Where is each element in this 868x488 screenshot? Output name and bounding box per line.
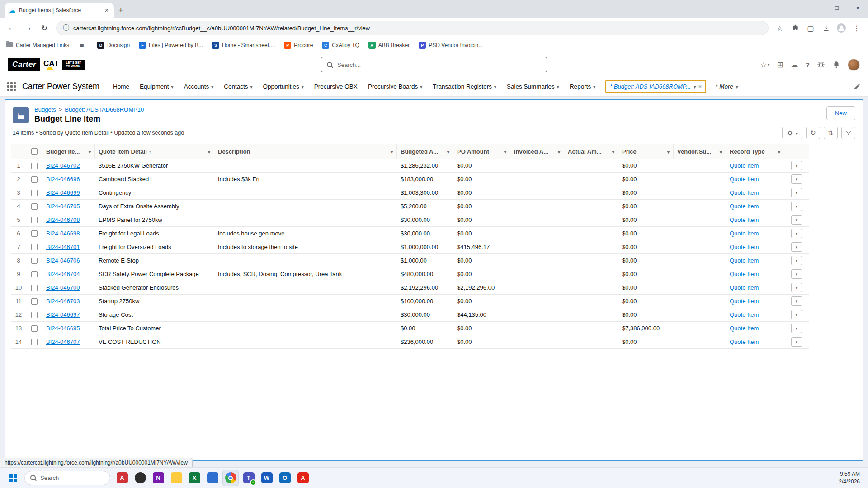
column-header-budget-item[interactable]: Budget Ite...: [42, 144, 95, 159]
row-actions-button[interactable]: [791, 242, 802, 252]
budget-item-link[interactable]: BI24-046700: [46, 284, 80, 291]
bookmark-star-icon[interactable]: ☆: [773, 21, 787, 35]
row-checkbox[interactable]: [31, 203, 38, 210]
nav-item[interactable]: Accounts: [184, 83, 214, 90]
chevron-down-icon[interactable]: [556, 148, 560, 155]
sort-button[interactable]: [824, 127, 838, 139]
row-actions-button[interactable]: [791, 256, 802, 265]
taskbar-teams-icon[interactable]: T: [241, 470, 257, 486]
chevron-down-icon[interactable]: [206, 148, 210, 155]
row-checkbox[interactable]: [31, 244, 38, 250]
budget-item-link[interactable]: BI24-046695: [46, 325, 80, 332]
row-checkbox[interactable]: [31, 339, 38, 345]
tab-close-icon[interactable]: ×: [104, 7, 109, 14]
app-launcher-icon[interactable]: [7, 82, 16, 91]
record-type-link[interactable]: Quote Item: [730, 257, 759, 264]
record-type-link[interactable]: Quote Item: [730, 176, 759, 183]
chevron-down-icon[interactable]: [665, 148, 670, 155]
taskbar-app-dark-icon[interactable]: [132, 470, 148, 486]
start-button[interactable]: [5, 470, 21, 486]
record-type-link[interactable]: Quote Item: [730, 230, 759, 237]
browser-menu-icon[interactable]: ⋮: [850, 21, 863, 35]
record-type-link[interactable]: Quote Item: [730, 203, 759, 210]
taskbar-search-input[interactable]: [40, 474, 94, 481]
global-search-box[interactable]: [321, 57, 547, 72]
record-type-link[interactable]: Quote Item: [730, 189, 759, 196]
row-actions-button[interactable]: [791, 324, 802, 333]
filter-button[interactable]: [841, 127, 855, 139]
chevron-down-icon[interactable]: [389, 148, 393, 155]
budget-item-link[interactable]: BI24-046704: [46, 271, 80, 277]
taskbar-acrobat-icon[interactable]: A: [295, 470, 311, 486]
bookmark-item[interactable]: ▦: [78, 42, 88, 49]
breadcrumb-budgets-link[interactable]: Budgets: [34, 106, 56, 113]
row-checkbox[interactable]: [31, 176, 38, 183]
bookmark-item[interactable]: S Home - Smartsheet....: [212, 42, 275, 49]
row-actions-button[interactable]: [791, 269, 802, 279]
notifications-bell-icon[interactable]: [832, 61, 840, 69]
record-type-link[interactable]: Quote Item: [730, 338, 759, 345]
row-checkbox[interactable]: [31, 217, 38, 223]
bookmark-item[interactable]: P Procore: [284, 42, 313, 49]
column-header-invoiced-amount[interactable]: Invoiced A...: [510, 144, 564, 159]
browser-tab[interactable]: ☁ Budget Items | Salesforce ×: [5, 3, 114, 18]
chevron-down-icon[interactable]: [502, 148, 506, 155]
chevron-down-icon[interactable]: [250, 83, 252, 90]
row-checkbox[interactable]: [31, 258, 38, 264]
taskbar-app-red-icon[interactable]: A: [114, 470, 130, 486]
budget-item-link[interactable]: BI24-046699: [46, 189, 80, 196]
chevron-down-icon[interactable]: [593, 83, 595, 90]
row-actions-button[interactable]: [791, 215, 802, 225]
row-checkbox[interactable]: [31, 271, 38, 277]
record-type-link[interactable]: Quote Item: [730, 216, 759, 223]
row-actions-button[interactable]: [791, 296, 802, 306]
refresh-button[interactable]: [806, 127, 820, 139]
nav-item[interactable]: Transaction Registers: [433, 83, 496, 90]
budget-item-link[interactable]: BI24-046702: [46, 162, 80, 169]
chevron-down-icon[interactable]: [171, 83, 174, 90]
taskbar-file-explorer-icon[interactable]: [168, 470, 184, 486]
chevron-down-icon[interactable]: [87, 148, 91, 155]
nav-item-active-budget-tab[interactable]: * Budget: ADS IAD668ROMP... ×: [605, 80, 706, 93]
row-checkbox[interactable]: [31, 190, 38, 196]
chevron-down-icon[interactable]: [557, 83, 559, 90]
taskbar-word-icon[interactable]: W: [259, 470, 275, 486]
budget-item-link[interactable]: BI24-046697: [46, 311, 80, 318]
chevron-down-icon[interactable]: [211, 83, 213, 90]
nav-item[interactable]: Reports: [570, 83, 595, 90]
app-name[interactable]: Carter Power System: [22, 82, 99, 91]
row-actions-button[interactable]: [791, 188, 802, 197]
favorites-star-icon[interactable]: ☆▾: [760, 60, 770, 70]
minimize-button[interactable]: −: [806, 0, 826, 15]
bookmark-item[interactable]: Carter Managed Links: [6, 42, 69, 48]
close-tab-icon[interactable]: ×: [698, 83, 702, 90]
row-actions-button[interactable]: [791, 283, 802, 292]
bookmark-item[interactable]: F Files | Powered by B...: [139, 42, 203, 49]
row-actions-button[interactable]: [791, 337, 802, 347]
nav-item[interactable]: Precursive OBX: [314, 83, 358, 90]
budget-item-link[interactable]: BI24-046705: [46, 203, 80, 210]
budget-item-link[interactable]: BI24-046706: [46, 257, 80, 264]
breadcrumb-budget-record-link[interactable]: Budget: ADS IAD668ROMP10: [65, 106, 144, 113]
bookmark-item[interactable]: P PSD Vendor Invoicin...: [419, 42, 483, 49]
taskbar-search-box[interactable]: [24, 471, 110, 485]
record-type-link[interactable]: Quote Item: [730, 284, 759, 291]
record-type-link[interactable]: Quote Item: [730, 298, 759, 305]
address-bar[interactable]: ⓘ cartercat.lightning.force.com/lightnin…: [56, 21, 769, 35]
row-actions-button[interactable]: [791, 229, 802, 238]
column-header-actual-amount[interactable]: Actual Am...: [564, 144, 618, 159]
row-checkbox[interactable]: [31, 230, 38, 237]
new-tab-button[interactable]: +: [118, 6, 123, 14]
row-actions-button[interactable]: [791, 174, 802, 184]
column-header-budgeted-amount[interactable]: Budgeted A...: [397, 144, 453, 159]
chevron-down-icon[interactable]: [420, 83, 422, 90]
budget-item-link[interactable]: BI24-046707: [46, 338, 80, 345]
column-header-quote-item-detail[interactable]: Quote Item Detail: [95, 144, 214, 159]
row-checkbox[interactable]: [31, 325, 38, 332]
browser-tools-icon[interactable]: ▢: [804, 21, 817, 35]
nav-item[interactable]: Opportunities: [263, 83, 304, 90]
budget-item-link[interactable]: BI24-046703: [46, 298, 80, 305]
chevron-down-icon[interactable]: [736, 83, 738, 90]
chevron-down-icon[interactable]: [610, 148, 614, 155]
budget-item-link[interactable]: BI24-046701: [46, 244, 80, 250]
